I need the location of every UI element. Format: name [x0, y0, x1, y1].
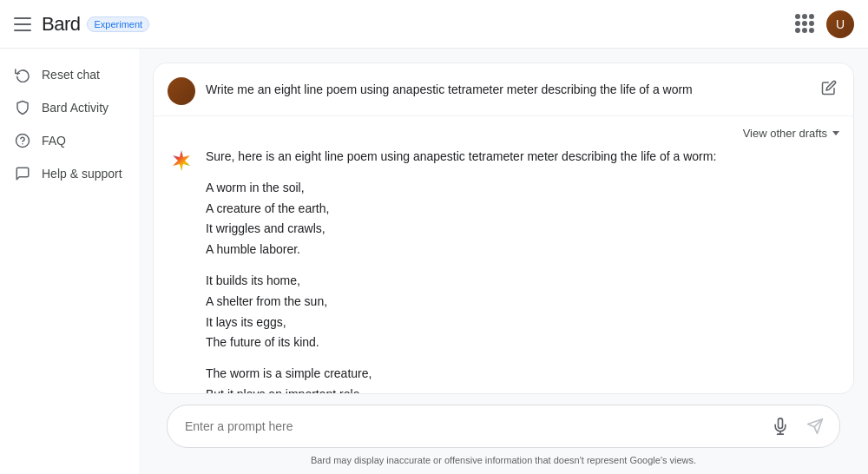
send-icon[interactable] [801, 412, 829, 440]
sidebar-item-faq[interactable]: FAQ [0, 125, 139, 156]
apps-icon[interactable] [795, 14, 816, 35]
user-message-row: Write me an eight line poem using anapes… [154, 63, 853, 116]
bard-response-row: View other drafts [154, 116, 853, 394]
topbar: Bard Experiment U [0, 0, 868, 49]
experiment-badge: Experiment [87, 16, 149, 32]
sidebar-item-bard-activity-label: Bard Activity [42, 101, 108, 115]
view-drafts-label: View other drafts [743, 127, 827, 140]
view-other-drafts-button[interactable]: View other drafts [743, 127, 839, 140]
refresh-icon [14, 66, 31, 83]
edit-icon[interactable] [819, 77, 839, 98]
sidebar-item-reset-chat[interactable]: Reset chat [0, 59, 139, 90]
sidebar-item-reset-chat-label: Reset chat [42, 68, 100, 82]
topbar-right: U [795, 10, 854, 38]
shield-icon [14, 99, 31, 116]
input-wrapper [167, 405, 840, 448]
input-area [153, 394, 854, 448]
topbar-left: Bard Experiment [14, 13, 795, 36]
poem-stanza-1: A worm in the soil, A creature of the ea… [206, 178, 839, 260]
help-circle-icon [14, 132, 31, 149]
avatar[interactable]: U [826, 10, 854, 38]
footer-disclaimer: Bard may display inaccurate or offensive… [153, 448, 854, 474]
microphone-icon[interactable] [766, 412, 794, 440]
hamburger-icon[interactable] [14, 14, 35, 35]
main-layout: Reset chat Bard Activity FAQ [0, 49, 868, 474]
sidebar-item-bard-activity[interactable]: Bard Activity [0, 92, 139, 123]
poem-stanza-2: It builds its home, A shelter from the s… [206, 271, 839, 353]
user-avatar [168, 77, 195, 105]
sidebar-item-help-support-label: Help & support [42, 167, 122, 181]
bard-logo: Bard [42, 13, 80, 36]
bard-text: Sure, here is an eight line poem using a… [206, 147, 839, 394]
content-area: Write me an eight line poem using anapes… [139, 49, 868, 474]
drafts-bar: View other drafts [168, 127, 839, 147]
chat-container: Write me an eight line poem using anapes… [153, 63, 854, 394]
chevron-down-icon [832, 131, 839, 135]
avatar-image: U [826, 10, 854, 38]
sidebar-item-faq-label: FAQ [42, 134, 66, 148]
bard-intro: Sure, here is an eight line poem using a… [206, 147, 839, 168]
user-message-text: Write me an eight line poem using anapes… [206, 77, 808, 99]
bard-message-content: Sure, here is an eight line poem using a… [168, 147, 839, 394]
sidebar: Reset chat Bard Activity FAQ [0, 49, 139, 474]
bard-spark-icon [168, 147, 195, 174]
poem-stanza-3: The worm is a simple creature, But it pl… [206, 364, 839, 394]
prompt-input[interactable] [185, 419, 760, 433]
message-icon [14, 165, 31, 182]
sidebar-item-help-support[interactable]: Help & support [0, 158, 139, 189]
